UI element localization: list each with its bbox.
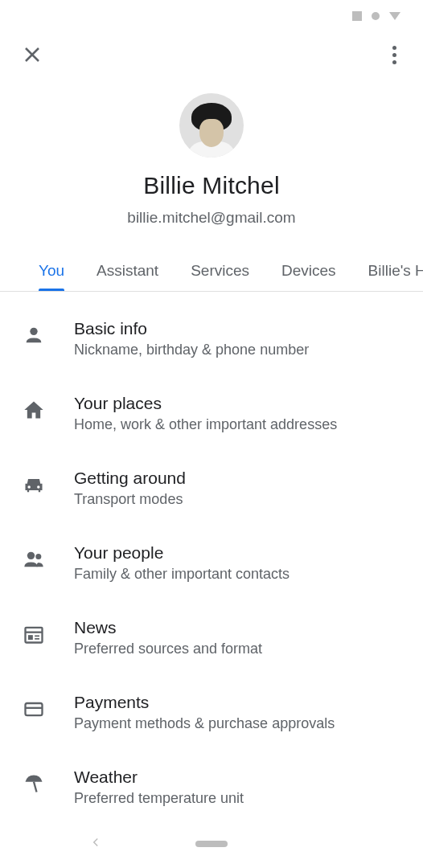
car-icon	[23, 473, 45, 496]
status-square-icon	[352, 11, 362, 21]
tab-you[interactable]: You	[23, 251, 80, 291]
setting-title: Getting around	[74, 469, 407, 488]
avatar[interactable]	[179, 93, 244, 158]
setting-title: Your people	[74, 543, 407, 563]
profile-email: billie.mitchel@gmail.com	[127, 209, 295, 227]
nav-home-pill[interactable]	[195, 841, 228, 847]
home-icon	[23, 399, 45, 421]
svg-point-4	[37, 485, 40, 489]
setting-subtitle: Family & other important contacts	[74, 566, 407, 583]
setting-basic-info[interactable]: Basic info Nickname, birthday & phone nu…	[0, 301, 423, 376]
tab-devices[interactable]: Devices	[265, 251, 352, 291]
tab-services[interactable]: Services	[175, 251, 265, 291]
tab-billies-home[interactable]: Billie's H	[352, 251, 423, 291]
setting-title: Basic info	[74, 319, 407, 338]
setting-subtitle: Preferred temperature unit	[74, 790, 407, 807]
setting-getting-around[interactable]: Getting around Transport modes	[0, 451, 423, 526]
setting-title: Weather	[74, 768, 407, 787]
settings-list: Basic info Nickname, birthday & phone nu…	[0, 292, 423, 825]
setting-title: Payments	[74, 693, 407, 712]
status-circle-icon	[372, 12, 380, 20]
setting-your-people[interactable]: Your people Family & other important con…	[0, 526, 423, 600]
nav-back-icon[interactable]	[88, 835, 103, 854]
svg-rect-12	[26, 703, 43, 715]
svg-point-5	[27, 552, 35, 559]
setting-news[interactable]: News Preferred sources and format	[0, 600, 423, 675]
svg-point-6	[35, 554, 41, 559]
svg-point-3	[27, 485, 31, 489]
setting-subtitle: Preferred sources and format	[74, 641, 407, 657]
weather-icon	[23, 772, 45, 795]
svg-line-14	[34, 782, 37, 792]
people-icon	[23, 548, 45, 571]
status-triangle-icon	[389, 12, 400, 20]
svg-rect-9	[28, 635, 33, 640]
setting-title: Your places	[74, 394, 407, 413]
setting-title: News	[74, 618, 407, 637]
payment-icon	[23, 698, 45, 720]
setting-payments[interactable]: Payments Payment methods & purchase appr…	[0, 675, 423, 750]
setting-subtitle: Payment methods & purchase approvals	[74, 715, 407, 732]
more-menu-icon[interactable]	[384, 45, 404, 64]
svg-point-2	[30, 328, 37, 335]
profile-section: Billie Mitchel billie.mitchel@gmail.com	[0, 77, 423, 251]
setting-weather[interactable]: Weather Preferred temperature unit	[0, 750, 423, 825]
news-icon	[23, 623, 45, 645]
top-bar	[0, 32, 423, 77]
setting-your-places[interactable]: Your places Home, work & other important…	[0, 376, 423, 451]
tab-assistant[interactable]: Assistant	[80, 251, 175, 291]
profile-name: Billie Mitchel	[143, 172, 280, 199]
setting-subtitle: Transport modes	[74, 491, 407, 508]
status-bar	[0, 0, 423, 32]
svg-rect-7	[26, 628, 43, 643]
tabs: You Assistant Services Devices Billie's …	[0, 251, 423, 292]
android-nav-bar	[0, 828, 423, 860]
close-icon[interactable]	[23, 45, 42, 64]
person-icon	[23, 324, 45, 346]
setting-subtitle: Nickname, birthday & phone number	[74, 342, 407, 358]
setting-subtitle: Home, work & other important addresses	[74, 416, 407, 433]
